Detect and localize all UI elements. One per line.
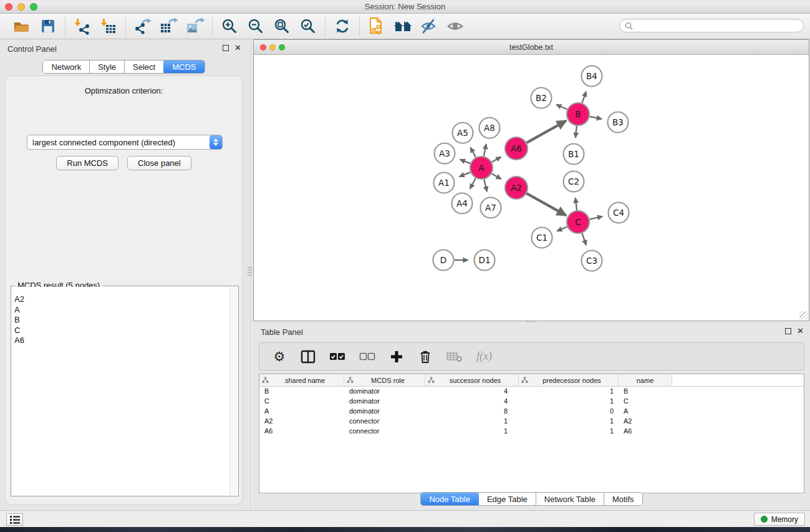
- create-column-button[interactable]: [389, 348, 404, 365]
- table-row[interactable]: Bdominator41B: [259, 387, 804, 397]
- select-all-columns-button[interactable]: [329, 348, 345, 365]
- window-resize-grip[interactable]: [799, 311, 808, 319]
- edge-A-A2[interactable]: [492, 173, 501, 179]
- column-header-successor-nodes[interactable]: successor nodes: [425, 374, 519, 386]
- node-C3[interactable]: C3: [582, 251, 602, 271]
- node-B[interactable]: B: [567, 103, 589, 125]
- search-box[interactable]: [619, 19, 804, 32]
- mcds-result-list[interactable]: A2ABCA6: [12, 287, 229, 495]
- node-A4[interactable]: A4: [452, 193, 473, 214]
- edge-A-A5[interactable]: [471, 147, 476, 157]
- node-B2[interactable]: B2: [531, 88, 552, 109]
- result-item[interactable]: A2: [12, 294, 229, 305]
- save-session-button[interactable]: [37, 16, 59, 36]
- zoom-selected-button[interactable]: [297, 16, 319, 36]
- edge-A2-C[interactable]: [527, 193, 566, 215]
- edge-A-A7[interactable]: [484, 180, 487, 192]
- table-settings-button[interactable]: ⚙: [272, 348, 287, 365]
- network-canvas[interactable]: B4B2BB3A5A8A6A3B1AA1C2A2A4A7C4CC1C3DD1: [254, 55, 809, 320]
- table-float-panel-icon[interactable]: [785, 328, 791, 334]
- zoom-out-button[interactable]: [244, 16, 267, 36]
- hide-graphics-details-button[interactable]: [418, 16, 440, 36]
- export-image-button[interactable]: [184, 16, 206, 36]
- search-input[interactable]: [636, 21, 798, 30]
- refresh-view-button[interactable]: [331, 16, 354, 36]
- result-item[interactable]: B: [12, 315, 229, 326]
- node-A1[interactable]: A1: [434, 173, 455, 193]
- edge-B-B1[interactable]: [576, 126, 577, 138]
- delete-columns-button[interactable]: [418, 348, 433, 365]
- tab-network[interactable]: Network: [43, 60, 90, 73]
- task-history-button[interactable]: [6, 513, 23, 526]
- node-C2[interactable]: C2: [564, 172, 584, 192]
- edge-B-B2[interactable]: [556, 105, 567, 110]
- tab-mcds[interactable]: MCDS: [163, 60, 205, 74]
- float-panel-icon[interactable]: [223, 45, 229, 51]
- node-table[interactable]: shared nameMCDS rolesuccessor nodesprede…: [259, 374, 804, 493]
- table-row[interactable]: A6connector11A6: [259, 427, 804, 437]
- edge-C-C1[interactable]: [557, 227, 567, 231]
- edge-A-A8[interactable]: [484, 144, 486, 156]
- edge-C-C3[interactable]: [582, 233, 586, 245]
- memory-button[interactable]: Memory: [754, 513, 805, 526]
- result-scrollbar[interactable]: [229, 287, 238, 495]
- node-B1[interactable]: B1: [564, 144, 584, 165]
- table-row[interactable]: Cdominator41C: [259, 397, 804, 407]
- node-D[interactable]: D: [433, 250, 454, 271]
- delete-table-button[interactable]: [446, 348, 463, 365]
- node-A2[interactable]: A2: [505, 177, 528, 199]
- node-A5[interactable]: A5: [453, 123, 473, 143]
- node-A3[interactable]: A3: [435, 143, 455, 164]
- node-C1[interactable]: C1: [532, 228, 552, 248]
- column-header-name[interactable]: name: [619, 374, 672, 386]
- edge-A6-B[interactable]: [527, 121, 566, 143]
- edge-B-B3[interactable]: [590, 117, 602, 119]
- node-B3[interactable]: B3: [608, 112, 629, 133]
- zoom-in-button[interactable]: [218, 16, 241, 36]
- show-columns-button[interactable]: [301, 348, 316, 365]
- table-close-panel-icon[interactable]: ✕: [797, 328, 804, 334]
- table-tab-network-table[interactable]: Network Table: [536, 493, 604, 505]
- table-tab-node-table[interactable]: Node Table: [420, 492, 480, 506]
- column-header-shared-name[interactable]: shared name: [259, 374, 344, 386]
- panel-split-grip[interactable]: [248, 267, 252, 277]
- node-A[interactable]: A: [470, 157, 493, 179]
- edge-C-C4[interactable]: [590, 216, 603, 220]
- import-table-button[interactable]: [97, 16, 120, 36]
- close-panel-icon[interactable]: ✕: [234, 45, 241, 51]
- column-header-MCDS-role[interactable]: MCDS role: [344, 374, 425, 386]
- edge-C-C2[interactable]: [576, 198, 577, 210]
- export-table-button[interactable]: [158, 16, 180, 36]
- table-row[interactable]: A2connector11A2: [259, 417, 804, 427]
- function-builder-button[interactable]: f(x): [476, 348, 492, 365]
- tab-style[interactable]: Style: [90, 60, 125, 73]
- edge-A-A6[interactable]: [492, 157, 501, 162]
- open-session-button[interactable]: [11, 16, 33, 36]
- close-panel-button[interactable]: Close panel: [127, 156, 191, 170]
- home-button[interactable]: [392, 16, 414, 36]
- node-B4[interactable]: B4: [582, 66, 602, 87]
- edge-A-A4[interactable]: [470, 178, 476, 189]
- edge-A-A3[interactable]: [460, 160, 471, 164]
- result-item[interactable]: C: [12, 326, 229, 336]
- table-row[interactable]: Adominator80A: [259, 407, 804, 417]
- table-tab-motifs[interactable]: Motifs: [604, 493, 642, 505]
- criterion-dropdown[interactable]: largest connected component (directed): [27, 135, 223, 150]
- zoom-fit-button[interactable]: [271, 16, 293, 36]
- edge-B-B4[interactable]: [582, 92, 586, 103]
- edge-A-A1[interactable]: [460, 172, 471, 177]
- export-network-button[interactable]: [132, 16, 154, 36]
- result-item[interactable]: A6: [12, 336, 229, 346]
- node-A8[interactable]: A8: [480, 118, 500, 138]
- unselect-all-columns-button[interactable]: [359, 348, 375, 365]
- result-item[interactable]: A: [12, 305, 229, 316]
- table-tab-edge-table[interactable]: Edge Table: [479, 493, 536, 505]
- import-network-button[interactable]: [71, 16, 94, 36]
- column-header-predecessor-nodes[interactable]: predecessor nodes: [519, 374, 619, 386]
- run-mcds-button[interactable]: Run MCDS: [56, 156, 118, 170]
- node-C4[interactable]: C4: [609, 203, 629, 223]
- show-graphics-details-button[interactable]: [444, 16, 466, 36]
- node-A6[interactable]: A6: [505, 137, 528, 160]
- new-network-from-file-button[interactable]: [365, 16, 388, 36]
- node-C[interactable]: C: [567, 211, 589, 233]
